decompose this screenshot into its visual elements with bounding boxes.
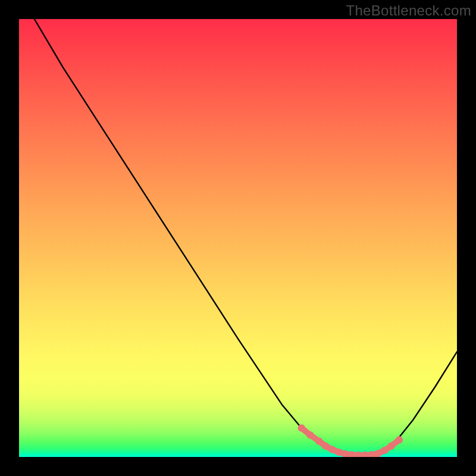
watermark-text: TheBottleneck.com [346,2,471,19]
svg-point-3 [322,442,329,449]
svg-point-4 [328,446,336,453]
highlight-dots [298,424,403,457]
svg-point-2 [315,437,322,444]
svg-point-14 [396,436,403,443]
chart-svg [19,19,457,457]
svg-point-12 [381,447,388,454]
chart-container: TheBottleneck.com [0,0,476,476]
main-curve [35,19,457,455]
plot-area [19,19,457,457]
svg-point-11 [374,450,381,457]
svg-point-1 [306,431,314,439]
svg-point-13 [387,442,394,449]
svg-point-0 [298,424,305,431]
svg-point-5 [335,449,342,456]
